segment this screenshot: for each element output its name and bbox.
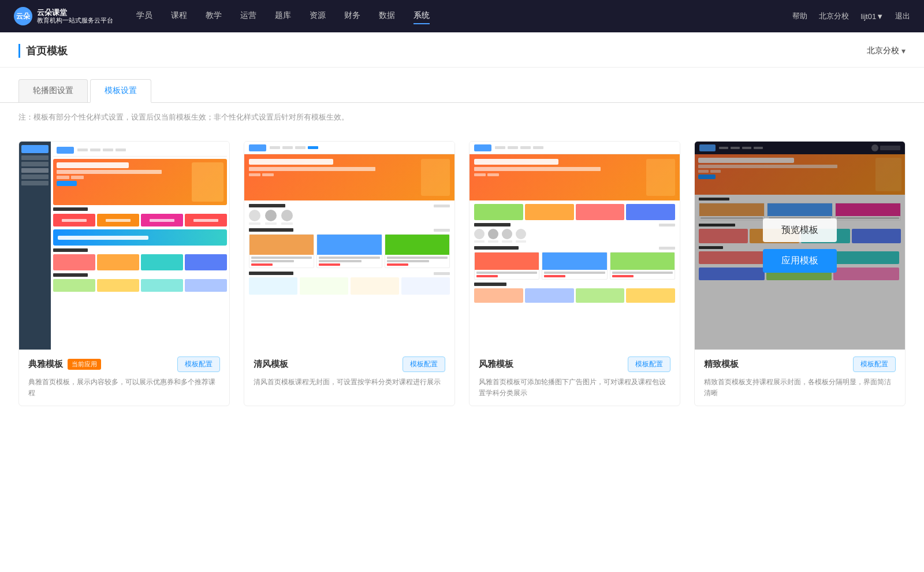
page: 首页模板 北京分校 ▾ 轮播图设置 模板设置 注：模板有部分个性化样式设置，设置… [0, 32, 924, 572]
nav-item-system[interactable]: 系统 [413, 8, 430, 24]
nav-item-teaching[interactable]: 教学 [206, 8, 222, 24]
badge-current-1: 当前应用 [68, 359, 101, 370]
template-card-4: 预览模板 应用模板 精致模板 模板配置 精致首页模板支持课程展示封面，各模板分隔… [694, 141, 906, 406]
branch-selector[interactable]: 北京分校 ▾ [867, 46, 906, 56]
template-name-row-2: 清风模板 模板配置 [254, 356, 445, 372]
template-footer-4: 精致模板 模板配置 精致首页模板支持课程展示封面，各模板分隔明显，界面简洁清晰 [695, 350, 905, 406]
nav-item-resources[interactable]: 资源 [310, 8, 326, 24]
template-card-1: 预览模板 应用模板 典雅模板 当前应用 模板配置 典雅首页模板，展示内容较多，可… [18, 141, 230, 406]
tab-template[interactable]: 模板设置 [90, 79, 151, 103]
nav-item-courses[interactable]: 课程 [171, 8, 187, 24]
logo-icon: 云朵 [14, 7, 32, 25]
tab-carousel[interactable]: 轮播图设置 [18, 79, 88, 102]
nav-item-students[interactable]: 学员 [136, 8, 152, 24]
config-btn-1[interactable]: 模板配置 [177, 356, 220, 372]
config-btn-4[interactable]: 模板配置 [853, 356, 896, 372]
tabs: 轮播图设置 模板设置 [18, 79, 906, 102]
config-btn-3[interactable]: 模板配置 [628, 356, 670, 372]
page-title: 首页模板 [18, 44, 68, 58]
nav-item-operations[interactable]: 运营 [240, 8, 256, 24]
logo-text: 云朵课堂 教育机构一站式服务云平台 [37, 8, 113, 25]
template-name-4: 精致模板 [704, 359, 739, 370]
template-name-left-2: 清风模板 [254, 359, 288, 370]
template-name-left-3: 风雅模板 [479, 359, 513, 370]
nav-items: 学员 课程 教学 运营 题库 资源 财务 数据 系统 [136, 8, 792, 24]
template-preview-2[interactable]: 预览模板 应用模板 [244, 142, 454, 350]
template-name-left-4: 精致模板 [704, 359, 739, 370]
template-name-row-4: 精致模板 模板配置 [704, 356, 896, 372]
template-desc-2: 清风首页模板课程无封面，可设置按学科分类对课程进行展示 [254, 377, 445, 388]
nav-item-data[interactable]: 数据 [379, 8, 395, 24]
branch-link[interactable]: 北京分校 [819, 11, 849, 21]
template-footer-2: 清风模板 模板配置 清风首页模板课程无封面，可设置按学科分类对课程进行展示 [244, 350, 454, 395]
nav-item-questions[interactable]: 题库 [275, 8, 291, 24]
template-desc-3: 风雅首页模板可添加轮播图下广告图片，可对课程及课程包设置学科分类展示 [479, 377, 670, 399]
logout-link[interactable]: 退出 [895, 11, 910, 21]
template-name-3: 风雅模板 [479, 359, 513, 370]
preview-btn-4[interactable]: 预览模板 [763, 218, 837, 242]
template-name-left-1: 典雅模板 当前应用 [28, 359, 101, 370]
template-desc-4: 精致首页模板支持课程展示封面，各模板分隔明显，界面简洁清晰 [704, 377, 896, 399]
apply-btn-4[interactable]: 应用模板 [763, 249, 837, 273]
template-card-2: 预览模板 应用模板 清风模板 模板配置 清风首页模板课程无封面，可设置按学科分类… [244, 141, 455, 406]
template-grid: 预览模板 应用模板 典雅模板 当前应用 模板配置 典雅首页模板，展示内容较多，可… [0, 132, 924, 429]
nav-item-finance[interactable]: 财务 [344, 8, 360, 24]
help-link[interactable]: 帮助 [792, 11, 807, 21]
template-preview-4[interactable]: 预览模板 应用模板 [695, 142, 905, 350]
page-header: 首页模板 北京分校 ▾ [0, 32, 924, 68]
template-desc-1: 典雅首页模板，展示内容较多，可以展示优惠券和多个推荐课程 [28, 377, 220, 399]
template-name-row-3: 风雅模板 模板配置 [479, 356, 670, 372]
logo: 云朵 云朵课堂 教育机构一站式服务云平台 [14, 7, 113, 25]
note-text: 注：模板有部分个性化样式设置，设置后仅当前模板生效；非个性化样式设置后针对所有模… [0, 103, 924, 132]
tabs-container: 轮播图设置 模板设置 [0, 68, 924, 103]
template-name-1: 典雅模板 [28, 359, 63, 370]
nav-right: 帮助 北京分校 lijt01▼ 退出 [792, 11, 910, 21]
template-name-2: 清风模板 [254, 359, 288, 370]
template-card-3: 预览模板 应用模板 风雅模板 模板配置 风雅首页模板可添加轮播图下广告图片，可对… [469, 141, 680, 406]
navbar: 云朵 云朵课堂 教育机构一站式服务云平台 学员 课程 教学 运营 题库 资源 财… [0, 0, 924, 32]
template-footer-1: 典雅模板 当前应用 模板配置 典雅首页模板，展示内容较多，可以展示优惠券和多个推… [19, 350, 229, 406]
template-name-row-1: 典雅模板 当前应用 模板配置 [28, 356, 220, 372]
template-footer-3: 风雅模板 模板配置 风雅首页模板可添加轮播图下广告图片，可对课程及课程包设置学科… [470, 350, 680, 406]
config-btn-2[interactable]: 模板配置 [403, 356, 445, 372]
chevron-down-icon: ▾ [901, 46, 906, 55]
template-preview-1[interactable]: 预览模板 应用模板 [19, 142, 229, 350]
user-menu[interactable]: lijt01▼ [860, 12, 884, 21]
template-preview-3[interactable]: 预览模板 应用模板 [470, 142, 680, 350]
